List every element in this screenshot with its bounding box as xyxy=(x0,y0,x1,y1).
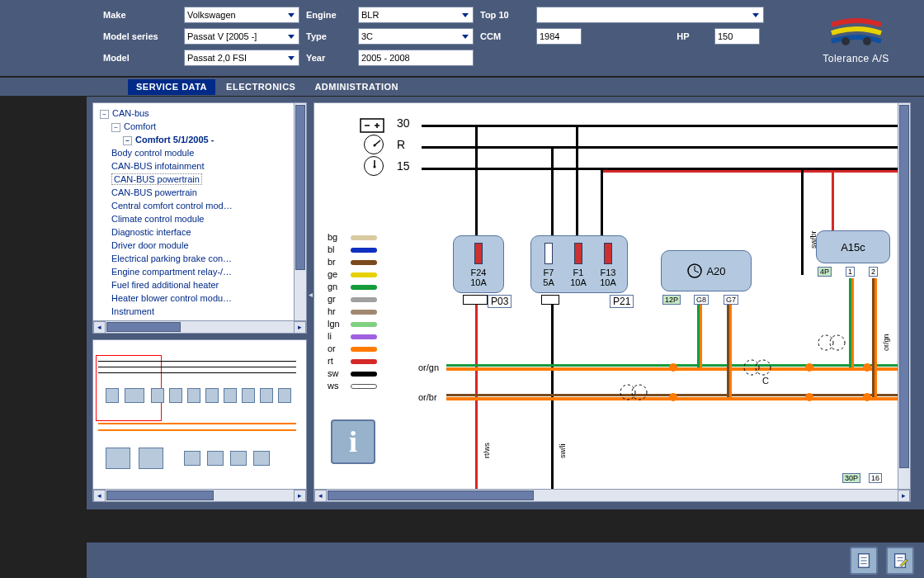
tree-item[interactable]: Instrument xyxy=(100,305,303,318)
module-a20-label: A20 xyxy=(706,265,725,277)
tree-item[interactable]: Body control module xyxy=(100,146,303,159)
tree-subgroup[interactable]: Comfort 5/1/2005 - xyxy=(100,133,303,146)
type-label: Type xyxy=(306,31,351,41)
wire-orgn-label: or/gn xyxy=(882,334,890,351)
wire-swli-label: sw/li xyxy=(559,444,567,459)
tab-service-data[interactable]: SERVICE DATA xyxy=(128,79,215,95)
twist-c-label: C xyxy=(762,376,769,386)
svg-line-12 xyxy=(695,271,699,272)
legend-row: br xyxy=(328,256,377,268)
document-button[interactable] xyxy=(850,547,878,575)
type-select[interactable]: 3C xyxy=(358,28,474,45)
tree-vscroll[interactable] xyxy=(294,103,306,320)
diagram-hscroll[interactable]: ◂ ▸ xyxy=(314,489,910,501)
svg-point-13 xyxy=(620,385,635,400)
brand-name: Tolerance A/S xyxy=(788,53,924,64)
logo-icon xyxy=(827,15,885,48)
tree-item[interactable]: Fuel fired additional heater xyxy=(100,278,303,291)
overview-panel[interactable]: ◂ ▸ xyxy=(92,339,307,502)
twist-icon xyxy=(743,351,776,384)
fusebox-p03-label: P03 xyxy=(488,295,512,308)
legend-row: bg xyxy=(328,231,377,244)
legend-row: rt xyxy=(328,355,377,367)
fusebox-p21[interactable]: F7 5A F1 10A F13 10A xyxy=(530,235,628,293)
model-select[interactable]: Passat 2,0 FSI xyxy=(184,50,299,66)
tree-hscroll[interactable]: ◂ ▸ xyxy=(93,320,306,333)
legend-row: sw xyxy=(328,367,377,380)
tree-item[interactable]: Engine compartment relay-/… xyxy=(100,265,303,278)
tree-item[interactable]: Climate control module xyxy=(100,212,303,225)
svg-point-7 xyxy=(374,144,376,147)
legend-row: or xyxy=(328,343,377,355)
tree-item[interactable]: Diagnostic interface xyxy=(100,225,303,239)
rail-30-label: 30 xyxy=(397,116,410,130)
edit-document-icon xyxy=(891,552,909,570)
svg-point-9 xyxy=(374,166,376,168)
legend-row: hr xyxy=(328,306,377,318)
make-label: Make xyxy=(103,10,177,20)
year-label: Year xyxy=(306,53,351,63)
svg-point-16 xyxy=(756,360,771,375)
module-a20[interactable]: A20 xyxy=(661,250,752,291)
clock-icon xyxy=(686,263,703,279)
fusebox-p21-label: P21 xyxy=(610,295,634,308)
top10-select[interactable] xyxy=(536,7,764,23)
gauge-icon xyxy=(364,156,384,176)
tree-item[interactable]: Electrical parking brake con… xyxy=(100,252,303,265)
tree-group[interactable]: Comfort xyxy=(100,120,303,133)
info-button[interactable]: i xyxy=(331,419,375,464)
tab-administration[interactable]: ADMINISTRATION xyxy=(306,79,407,95)
tab-electronics[interactable]: ELECTRONICS xyxy=(218,79,304,95)
module-a15c[interactable]: A15c xyxy=(816,230,890,263)
fuse-f24-amps: 10A xyxy=(470,277,487,287)
twist-icon xyxy=(620,376,653,409)
conn-30p: 30P xyxy=(842,473,860,483)
color-legend: bgblbrgegngrhrlgnliorrtswws xyxy=(328,231,377,392)
info-icon: i xyxy=(349,424,357,459)
diagram-vscroll[interactable] xyxy=(898,103,910,489)
bus-or-br-label: or/br xyxy=(418,392,437,402)
year-field[interactable] xyxy=(358,50,474,66)
conn-16: 16 xyxy=(869,473,882,483)
twist-icon xyxy=(818,326,851,359)
tree-panel: CAN-bus Comfort Comfort 5/1/2005 - Body … xyxy=(92,102,307,334)
battery-icon xyxy=(360,118,384,135)
legend-row: bl xyxy=(328,244,377,256)
fusebox-p03[interactable]: F24 10A xyxy=(453,235,504,293)
tree-item[interactable]: CAN-BUS powertrain xyxy=(100,173,303,186)
edit-document-button[interactable] xyxy=(886,547,914,575)
svg-point-14 xyxy=(632,385,647,400)
svg-point-15 xyxy=(744,360,759,375)
footer-bar xyxy=(87,542,924,578)
tree-item[interactable]: CAN-BUS powertrain xyxy=(100,186,303,199)
hp-field[interactable] xyxy=(714,28,760,45)
legend-row: ge xyxy=(328,268,377,281)
tree-item[interactable]: CAN-BUS infotainment xyxy=(100,159,303,173)
series-label: Model series xyxy=(103,31,177,41)
svg-point-17 xyxy=(818,335,833,350)
overview-hscroll[interactable]: ◂ ▸ xyxy=(93,489,306,501)
fuse-f24-name: F24 xyxy=(471,268,487,277)
tree-item[interactable]: Central comfort control mod… xyxy=(100,199,303,212)
diagram-panel[interactable]: 30 R 15 sw/br xyxy=(314,102,911,502)
make-select[interactable]: Volkswagen xyxy=(184,7,299,23)
svg-rect-2 xyxy=(361,119,384,132)
filter-bar: Make Volkswagen Engine BLR Top 10 Model … xyxy=(0,0,924,78)
series-select[interactable]: Passat V [2005 -] xyxy=(184,28,299,45)
ccm-label: CCM xyxy=(480,31,530,41)
engine-label: Engine xyxy=(306,10,351,20)
svg-point-0 xyxy=(842,37,850,45)
ccm-field[interactable] xyxy=(536,28,582,45)
brand-logo: Tolerance A/S xyxy=(788,7,924,76)
hp-label: HP xyxy=(658,31,708,41)
model-label: Model xyxy=(103,53,177,63)
tree-root[interactable]: CAN-bus xyxy=(100,107,303,120)
svg-point-1 xyxy=(863,37,871,45)
tree-item[interactable]: Heater blower control modu… xyxy=(100,291,303,305)
legend-row: li xyxy=(328,330,377,343)
legend-row: gn xyxy=(328,281,377,293)
engine-select[interactable]: BLR xyxy=(358,7,474,23)
rail-15-label: 15 xyxy=(397,159,410,173)
wire-rtws-label: rt/ws xyxy=(483,443,491,458)
tree-item[interactable]: Driver door module xyxy=(100,239,303,252)
